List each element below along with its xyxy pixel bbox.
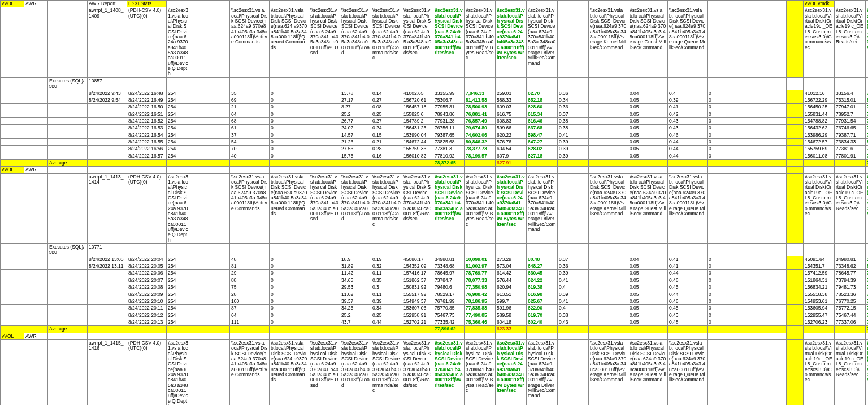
spreadsheet-table[interactable]: vVOLAWRAWR ReportESXI StatsvVOL vmdkawrr… (0, 0, 868, 405)
